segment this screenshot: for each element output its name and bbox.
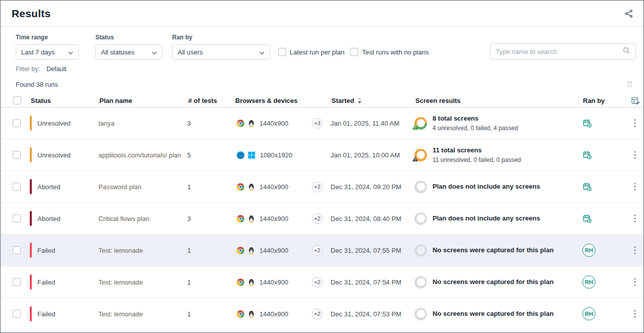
plan-name[interactable]: Test: lemonade xyxy=(98,247,143,254)
col-header-started[interactable]: Started xyxy=(331,96,414,105)
result-title: 11 total screens xyxy=(433,146,521,154)
row-checkbox[interactable] xyxy=(13,310,21,318)
warning-triangle-icon xyxy=(412,155,418,163)
avatar[interactable]: RH xyxy=(582,244,596,257)
row-menu-button[interactable] xyxy=(632,212,638,225)
result-detail: 4 unresolved, 0 failed, 4 passed xyxy=(433,125,518,132)
plan-name[interactable]: Test: lemonade xyxy=(98,310,143,318)
time-range-select[interactable]: Last 7 days xyxy=(16,44,79,60)
status-label: Failed xyxy=(37,310,55,318)
col-header-ran-by[interactable]: Ran by xyxy=(578,96,626,105)
status-select[interactable]: All statuses xyxy=(95,44,163,60)
table-header-row: Status Plan name # of tests Browsers & d… xyxy=(1,94,643,107)
latest-run-checkbox[interactable] xyxy=(278,48,286,56)
row-checkbox[interactable] xyxy=(13,119,21,127)
more-browsers-badge[interactable]: +2 xyxy=(312,182,323,192)
results-page: Results Time range Last 7 days Status Al… xyxy=(0,0,644,333)
calendar-clock-icon[interactable] xyxy=(582,214,592,224)
num-tests: 3 xyxy=(187,215,191,223)
chrome-icon xyxy=(236,278,245,287)
status-value: All statuses xyxy=(101,48,134,56)
trash-icon[interactable] xyxy=(626,80,633,88)
col-header-browsers[interactable]: Browsers & devices xyxy=(234,96,331,105)
status-label: Failed xyxy=(37,247,55,254)
col-header-plan-name[interactable]: Plan name xyxy=(98,96,187,105)
screens-donut-icon xyxy=(414,244,427,257)
row-menu-button[interactable] xyxy=(632,117,638,129)
no-plans-checkbox[interactable] xyxy=(350,48,358,56)
calendar-clock-icon[interactable] xyxy=(582,119,592,128)
row-menu-button[interactable] xyxy=(632,308,638,320)
started-time: Jan 01, 2025, 11:40 AM xyxy=(331,120,399,127)
row-checkbox[interactable] xyxy=(13,278,21,286)
screen-results-text: Plan does not include any screens xyxy=(433,214,540,223)
ran-by-value: All users xyxy=(178,48,203,56)
status-label: Unresolved xyxy=(37,120,71,127)
select-all-checkbox[interactable] xyxy=(13,96,21,104)
edit-columns-icon[interactable] xyxy=(631,97,640,104)
table-row[interactable]: Unresolved tanya 3 1440x900 +3 Jan 01, 2… xyxy=(1,107,643,139)
avatar[interactable]: RH xyxy=(582,307,596,320)
status-bar xyxy=(30,274,32,290)
table-row[interactable]: Failed Test: lemonade 1 1440x900 +2 Dec … xyxy=(1,235,643,266)
ran-by-label: Ran by xyxy=(172,34,270,41)
page-title: Results xyxy=(12,8,50,20)
row-menu-button[interactable] xyxy=(632,276,638,288)
page-header: Results xyxy=(1,1,643,27)
more-browsers-badge[interactable]: +2 xyxy=(312,277,323,288)
num-tests: 1 xyxy=(187,183,191,191)
plan-name[interactable]: Critical flows plan xyxy=(98,215,149,223)
table-row[interactable]: Failed Test: lemonade 1 1440x900 +2 Dec … xyxy=(1,298,643,330)
table-row[interactable]: Unresolved applitools.com/tutorials/ pla… xyxy=(1,139,643,171)
table-row[interactable]: Failed Test: lemonade 1 1440x900 +2 Dec … xyxy=(1,266,643,298)
status-filter: Status All statuses xyxy=(95,34,163,60)
plan-name[interactable]: Test: lemonade xyxy=(98,279,143,286)
ran-by-filter: Ran by All users xyxy=(172,34,270,60)
calendar-clock-icon[interactable] xyxy=(582,182,592,192)
row-checkbox[interactable] xyxy=(13,151,21,159)
ran-by-select[interactable]: All users xyxy=(172,44,270,60)
filter-by-label: Filter by: xyxy=(16,66,40,73)
status-label: Failed xyxy=(37,279,55,286)
table-row[interactable]: Aborted Password plan 1 1440x900 +2 Dec … xyxy=(1,171,643,203)
screens-donut-icon xyxy=(414,149,427,161)
chevron-down-icon xyxy=(152,48,157,56)
share-icon[interactable] xyxy=(624,9,633,18)
num-tests: 3 xyxy=(187,120,191,127)
col-header-num-tests[interactable]: # of tests xyxy=(187,96,234,105)
linux-icon xyxy=(248,183,255,191)
row-menu-button[interactable] xyxy=(632,149,638,161)
avatar[interactable]: RH xyxy=(582,275,596,289)
more-browsers-badge[interactable]: +2 xyxy=(312,213,323,224)
plan-name[interactable]: applitools.com/tutorials/ plan xyxy=(98,151,181,159)
row-checkbox[interactable] xyxy=(13,183,21,191)
no-plans-checkbox-group[interactable]: Test runs with no plans xyxy=(350,44,428,60)
chrome-icon xyxy=(236,246,245,255)
linux-icon xyxy=(248,246,255,255)
more-browsers-badge[interactable]: +2 xyxy=(312,245,323,256)
chevron-down-icon xyxy=(68,48,73,56)
row-checkbox[interactable] xyxy=(13,214,21,223)
filter-by-value[interactable]: Default xyxy=(46,66,67,73)
plan-name[interactable]: tanya xyxy=(98,120,115,127)
sort-icon[interactable] xyxy=(357,97,362,103)
calendar-clock-icon[interactable] xyxy=(582,150,592,160)
latest-run-checkbox-group[interactable]: Latest run per plan xyxy=(278,44,344,60)
col-header-screen-results[interactable]: Screen results xyxy=(414,96,578,105)
more-browsers-badge[interactable]: +2 xyxy=(312,309,323,319)
status-bar xyxy=(30,147,32,162)
row-checkbox[interactable] xyxy=(13,246,21,254)
status-bar xyxy=(30,179,32,194)
search-icon[interactable] xyxy=(622,46,630,57)
col-header-status[interactable]: Status xyxy=(30,96,98,105)
plan-name[interactable]: Password plan xyxy=(98,183,141,191)
table-row[interactable]: Aborted Critical flows plan 3 1440x900 +… xyxy=(1,203,643,235)
search-input[interactable] xyxy=(496,48,622,56)
row-menu-button[interactable] xyxy=(632,244,638,256)
chrome-icon xyxy=(236,183,245,191)
started-time: Dec 31, 2024, 07:54 PM xyxy=(331,279,401,286)
more-browsers-badge[interactable]: +3 xyxy=(312,118,323,129)
row-menu-button[interactable] xyxy=(632,181,638,193)
windows-icon xyxy=(248,151,255,159)
screens-donut-icon xyxy=(414,276,427,289)
